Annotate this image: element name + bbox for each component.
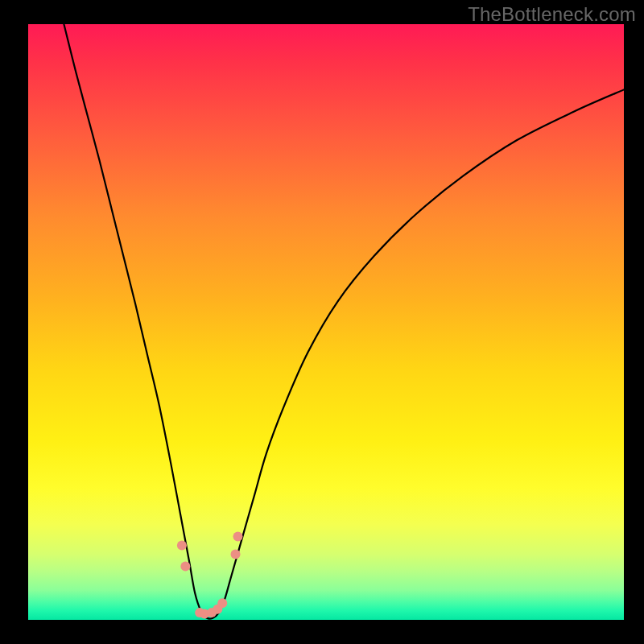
bottleneck-curve <box>64 24 624 619</box>
watermark-text: TheBottleneck.com <box>468 3 636 26</box>
plot-area <box>28 24 624 620</box>
marker-dot <box>177 541 187 551</box>
marker-dot <box>231 550 241 559</box>
chart-frame: TheBottleneck.com <box>0 0 644 644</box>
chart-svg <box>28 24 624 620</box>
marker-dot <box>180 561 190 571</box>
marker-dot <box>233 531 242 541</box>
marker-dot <box>217 598 227 608</box>
